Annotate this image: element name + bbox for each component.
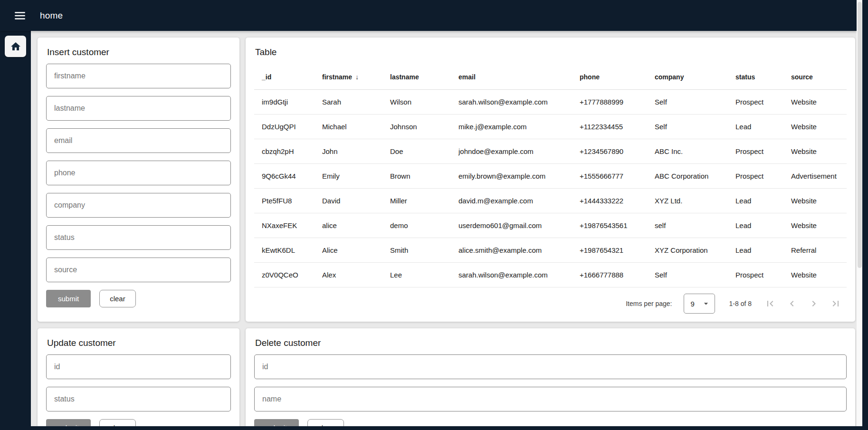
- paginator-nav: [759, 293, 847, 315]
- table-cell: self: [647, 213, 728, 238]
- table-cell: Lead: [728, 188, 783, 213]
- first-page-icon: [764, 298, 776, 309]
- table-cell: +1555666777: [572, 163, 647, 188]
- insert-company-input[interactable]: [46, 193, 231, 218]
- table-cell: Website: [783, 139, 847, 163]
- window-edge-bottom: [0, 426, 868, 430]
- column-header-label: phone: [580, 73, 600, 81]
- scrollbar[interactable]: [857, 0, 862, 430]
- column-header-firstname[interactable]: firstname↓: [315, 65, 382, 89]
- insert-firstname-input[interactable]: [46, 64, 231, 88]
- main-content: Insert customer submit clear Table _idfi…: [31, 31, 857, 430]
- table-cell: Self: [647, 114, 728, 139]
- customers-table: _idfirstname↓lastnameemailphonecompanyst…: [254, 65, 847, 287]
- column-header-company[interactable]: company: [647, 65, 728, 89]
- table-cell: ABC Corporation: [647, 163, 728, 188]
- insert-email-input[interactable]: [46, 128, 231, 153]
- column-header-lastname[interactable]: lastname: [382, 65, 451, 89]
- table-cell: Prospect: [728, 89, 783, 114]
- table-cell: +1666777888: [572, 262, 647, 287]
- table-row: cbzqh2pHJohnDoejohndoe@example.com+12345…: [254, 139, 847, 163]
- table-cell: XYZ Corporation: [647, 238, 728, 262]
- column-header-phone[interactable]: phone: [572, 65, 647, 89]
- table-cell: Wilson: [382, 89, 451, 114]
- topbar: home: [0, 0, 857, 31]
- insert-card-title: Insert customer: [47, 47, 231, 57]
- column-header-label: email: [458, 73, 476, 81]
- table-cell: sarah.wilson@example.com: [451, 262, 572, 287]
- last-page-icon: [830, 298, 841, 309]
- table-cell: Emily: [315, 163, 382, 188]
- previous-page-button[interactable]: [781, 293, 803, 315]
- table-cell: alice: [315, 213, 382, 238]
- update-status-input[interactable]: [46, 387, 231, 411]
- next-page-button[interactable]: [803, 293, 825, 315]
- update-id-input[interactable]: [46, 354, 231, 379]
- column-header-id[interactable]: _id: [254, 65, 315, 89]
- page-size-value: 9: [691, 300, 695, 308]
- table-cell: +19876543561: [572, 213, 647, 238]
- table-cell: Referral: [783, 238, 847, 262]
- table-row: NXaxeFEKalicedemouserdemo601@gmail.com+1…: [254, 213, 847, 238]
- column-header-label: status: [735, 73, 755, 81]
- table-cell: +1987654321: [572, 238, 647, 262]
- table-cell: johndoe@example.com: [451, 139, 572, 163]
- update-customer-card: Update customer submit clear: [38, 328, 239, 430]
- delete-id-input[interactable]: [254, 354, 847, 379]
- table-cell: Lead: [728, 114, 783, 139]
- hamburger-icon: [14, 10, 26, 22]
- table-cell: XYZ Ltd.: [647, 188, 728, 213]
- table-cell: Website: [783, 262, 847, 287]
- insert-status-input[interactable]: [46, 225, 231, 250]
- table-cell: Self: [647, 262, 728, 287]
- table-row: 9Q6cGk44EmilyBrownemily.brown@example.co…: [254, 163, 847, 188]
- table-card: Table _idfirstname↓lastnameemailphonecom…: [246, 38, 855, 322]
- scrollbar-thumb[interactable]: [858, 2, 862, 268]
- table-cell: Pte5fFU8: [254, 188, 315, 213]
- sidebar-home-button[interactable]: [5, 36, 26, 57]
- insert-clear-button[interactable]: clear: [99, 290, 136, 307]
- column-header-status[interactable]: status: [728, 65, 783, 89]
- column-header-label: source: [791, 73, 813, 81]
- menu-button[interactable]: [10, 5, 30, 26]
- home-icon: [10, 41, 21, 52]
- table-cell: mike.j@example.com: [451, 114, 572, 139]
- table-cell: +1444333222: [572, 188, 647, 213]
- table-cell: 9Q6cGk44: [254, 163, 315, 188]
- insert-source-input[interactable]: [46, 258, 231, 282]
- table-cell: ABC Inc.: [647, 139, 728, 163]
- table-cell: z0V0QCeO: [254, 262, 315, 287]
- page-size-select[interactable]: 9: [684, 294, 715, 314]
- sort-desc-arrow-icon: ↓: [355, 73, 359, 81]
- table-row: kEwtK6DLAliceSmithalice.smith@example.co…: [254, 238, 847, 262]
- table-head-row: _idfirstname↓lastnameemailphonecompanyst…: [254, 65, 847, 89]
- delete-card-title: Delete customer: [255, 338, 847, 348]
- delete-name-input[interactable]: [254, 387, 847, 411]
- insert-phone-input[interactable]: [46, 161, 231, 185]
- sidebar: [0, 31, 31, 430]
- table-cell: demo: [382, 213, 451, 238]
- column-header-email[interactable]: email: [451, 65, 572, 89]
- table-cell: Michael: [315, 114, 382, 139]
- chevron-left-icon: [786, 298, 798, 309]
- insert-lastname-input[interactable]: [46, 96, 231, 121]
- table-cell: NXaxeFEK: [254, 213, 315, 238]
- topbar-title: home: [40, 10, 63, 21]
- table-cell: John: [315, 139, 382, 163]
- table-cell: Lee: [382, 262, 451, 287]
- column-header-source[interactable]: source: [783, 65, 847, 89]
- table-cell: Doe: [382, 139, 451, 163]
- first-page-button[interactable]: [759, 293, 781, 315]
- insert-submit-button[interactable]: submit: [46, 290, 91, 307]
- table-cell: cbzqh2pH: [254, 139, 315, 163]
- table-cell: DdzUgQPI: [254, 114, 315, 139]
- table-cell: emily.brown@example.com: [451, 163, 572, 188]
- table-cell: Smith: [382, 238, 451, 262]
- last-page-button[interactable]: [825, 293, 847, 315]
- insert-button-row: submit clear: [46, 290, 231, 307]
- table-card-title: Table: [255, 47, 847, 57]
- table-cell: Website: [783, 114, 847, 139]
- table-cell: david.m@example.com: [451, 188, 572, 213]
- delete-customer-card: Delete customer submit clear: [246, 328, 855, 430]
- table-cell: +1122334455: [572, 114, 647, 139]
